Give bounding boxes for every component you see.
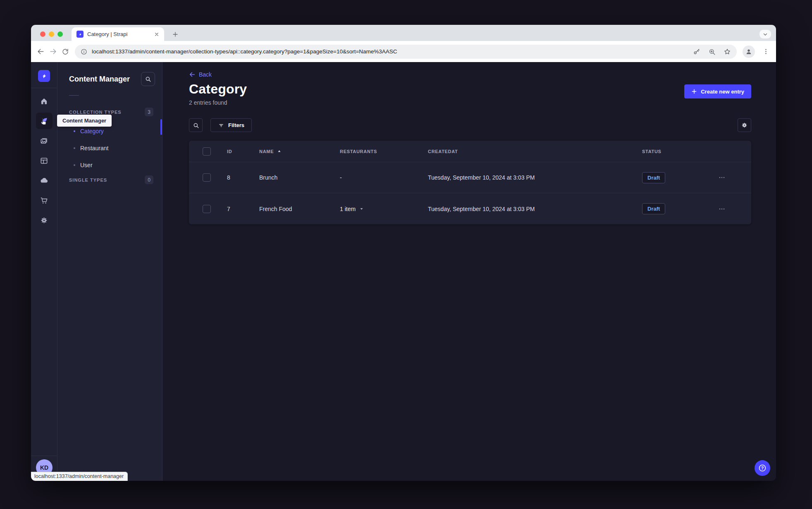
cell-restaurants[interactable]: 1 item <box>340 206 428 212</box>
entries-count: 2 entries found <box>189 99 247 106</box>
filters-button[interactable]: Filters <box>210 118 252 132</box>
select-all-checkbox[interactable] <box>203 147 211 156</box>
media-library-icon <box>40 137 48 145</box>
column-header-id[interactable]: ID <box>227 149 259 154</box>
single-types-count-badge: 0 <box>145 175 153 184</box>
column-header-createdat[interactable]: CREATEDAT <box>428 149 642 154</box>
bullet-icon <box>74 130 75 132</box>
close-window-button[interactable] <box>40 31 45 37</box>
page-title: Category <box>189 82 247 97</box>
content-manager-tooltip: Content Manager <box>57 115 112 127</box>
plus-icon <box>691 89 697 94</box>
column-header-restaurants[interactable]: RESTAURANTS <box>340 149 428 154</box>
address-bar[interactable]: localhost:1337/admin/content-manager/col… <box>75 45 737 59</box>
status-badge: Draft <box>642 203 665 214</box>
tab-title: Category | Strapi <box>87 31 153 37</box>
nav-footer-divider <box>31 456 57 456</box>
cell-createdat: Tuesday, September 10, 2024 at 3:03 PM <box>428 174 642 181</box>
nav-item-settings[interactable] <box>36 212 53 228</box>
browser-window: Category | Strapi localhost:1337/admin/c… <box>31 25 776 481</box>
maximize-window-button[interactable] <box>57 31 63 37</box>
subnav-scrollbar-thumb[interactable] <box>160 119 162 135</box>
mouse-cursor <box>38 118 48 127</box>
subnav-divider <box>69 95 79 96</box>
url-text: localhost:1337/admin/content-manager/col… <box>92 48 688 55</box>
table-settings-button[interactable] <box>738 118 751 132</box>
tab-close-icon[interactable] <box>153 31 160 38</box>
status-badge: Draft <box>642 172 665 183</box>
table-search-button[interactable] <box>189 118 203 132</box>
filter-icon <box>218 122 224 129</box>
bullet-icon <box>74 147 75 149</box>
column-header-status[interactable]: STATUS <box>642 149 708 154</box>
browser-menu-icon[interactable] <box>762 48 769 55</box>
subnav-title: Content Manager <box>69 75 130 84</box>
main-content: Back Category 2 entries found Create new… <box>162 62 776 481</box>
help-button[interactable]: ? <box>755 460 770 476</box>
table-row[interactable]: 8 Brunch - Tuesday, September 10, 2024 a… <box>189 162 751 193</box>
marketplace-icon <box>40 196 48 205</box>
home-icon <box>40 97 48 106</box>
subnav-search-button[interactable] <box>141 72 155 86</box>
nav-item-media-library[interactable] <box>36 132 53 149</box>
cell-id: 8 <box>227 174 259 181</box>
collection-type-user[interactable]: User <box>57 156 162 173</box>
row-actions-button[interactable] <box>716 204 727 214</box>
bullet-icon <box>74 164 75 166</box>
nav-item-deploy-cloud[interactable] <box>36 172 53 189</box>
strapi-logo[interactable] <box>38 70 50 82</box>
window-controls <box>40 31 63 37</box>
browser-profile-button[interactable] <box>743 46 755 58</box>
nav-divider <box>31 88 57 88</box>
cell-createdat: Tuesday, September 10, 2024 at 3:03 PM <box>428 206 642 212</box>
browser-tab[interactable]: Category | Strapi <box>72 27 164 41</box>
settings-icon <box>40 216 48 225</box>
link-status-bubble: localhost:1337/admin/content-manager <box>31 472 128 481</box>
deploy-cloud-icon <box>40 176 49 185</box>
row-checkbox[interactable] <box>203 205 211 213</box>
caret-down-icon <box>359 206 364 211</box>
sort-asc-icon <box>277 149 282 154</box>
collection-types-count-badge: 3 <box>145 108 153 116</box>
back-button[interactable] <box>34 46 47 58</box>
minimize-window-button[interactable] <box>49 31 54 37</box>
cell-restaurants: - <box>340 174 428 181</box>
row-checkbox[interactable] <box>203 173 211 182</box>
cell-name: French Food <box>259 206 340 212</box>
bookmark-star-icon[interactable] <box>724 48 731 55</box>
back-arrow-icon <box>189 71 196 78</box>
browser-toolbar: localhost:1337/admin/content-manager/col… <box>31 41 776 62</box>
strapi-favicon <box>76 31 84 38</box>
table-header-row: ID NAME RESTAURANTS CREATEDAT STATUS <box>189 141 751 162</box>
row-actions-button[interactable] <box>716 172 727 183</box>
forward-button[interactable] <box>47 46 59 58</box>
zoom-icon[interactable] <box>708 48 716 55</box>
create-new-entry-button[interactable]: Create new entry <box>684 84 751 98</box>
nav-item-marketplace[interactable] <box>36 192 53 209</box>
content-type-builder-icon <box>40 156 48 165</box>
reload-button[interactable] <box>59 46 72 58</box>
tab-search-button[interactable] <box>759 30 771 38</box>
browser-tab-strip: Category | Strapi <box>31 25 776 41</box>
nav-item-home[interactable] <box>36 93 53 109</box>
entries-table: ID NAME RESTAURANTS CREATEDAT STATUS 8 B… <box>189 141 751 224</box>
single-types-section: SINGLE TYPES 0 <box>57 175 162 184</box>
back-link[interactable]: Back <box>189 71 212 78</box>
site-info-icon[interactable] <box>81 48 87 55</box>
new-tab-button[interactable] <box>170 29 180 39</box>
cell-name: Brunch <box>259 174 340 181</box>
collection-type-restaurant[interactable]: Restaurant <box>57 139 162 156</box>
strapi-app: KD Content Manager COLLECTION TYPES 3 Ca… <box>31 62 776 481</box>
password-manager-icon[interactable] <box>693 48 700 55</box>
svg-text:?: ? <box>761 466 764 471</box>
column-header-name[interactable]: NAME <box>259 149 340 154</box>
cell-id: 7 <box>227 206 259 212</box>
nav-item-content-type-builder[interactable] <box>36 152 53 169</box>
table-row[interactable]: 7 French Food 1 item Tuesday, September … <box>189 193 751 224</box>
